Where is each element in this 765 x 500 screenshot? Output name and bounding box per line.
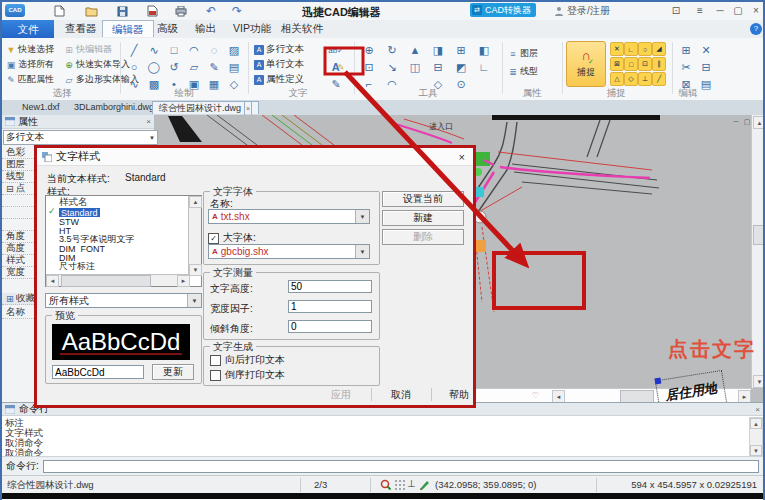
save-icon[interactable] — [115, 4, 129, 18]
login-button[interactable]: 登录/注册 — [554, 4, 610, 18]
extend-icon[interactable]: ⊟ — [429, 60, 447, 74]
update-button[interactable]: 更新 — [152, 364, 194, 380]
style-item[interactable]: 3.5号字体说明文字 — [46, 235, 201, 244]
style-item[interactable]: STW — [46, 217, 201, 226]
scroll-left-icon[interactable]: ◄ — [552, 390, 565, 402]
select-all-button[interactable]: ▣选择所有 — [6, 58, 54, 71]
group-icon[interactable]: ◩ — [452, 60, 470, 74]
list-hscroll-thumb[interactable] — [61, 275, 151, 287]
scroll-up-icon[interactable]: ▲ — [753, 116, 765, 129]
big-font-checkbox[interactable]: ✓ 大字体: — [208, 231, 256, 245]
big-font-combo[interactable]: Agbcbig.shx ▼ — [208, 244, 370, 259]
ellipse-icon[interactable]: ◯ — [146, 60, 162, 74]
circle-icon[interactable]: ○ — [126, 60, 142, 74]
revision-cloud-icon[interactable]: ◌ — [206, 43, 222, 57]
menu-tab-editor[interactable]: 编辑器 — [102, 20, 154, 37]
set-current-button[interactable]: 设置当前 — [382, 191, 464, 207]
menu-icon[interactable]: ≡ — [692, 4, 708, 18]
snap-parallel-icon[interactable]: ∥ — [652, 57, 666, 71]
help-button[interactable]: 帮助 — [437, 388, 481, 402]
style-item[interactable]: DIM_FONT — [46, 244, 201, 253]
menu-tab-output[interactable]: 输出 — [186, 20, 225, 37]
layers-button[interactable]: ≡图层 — [508, 47, 538, 60]
status-brush-icon[interactable] — [419, 479, 430, 490]
list-scroll-left-icon[interactable]: ◄ — [46, 275, 59, 287]
paste-icon[interactable]: ⊞ — [678, 43, 694, 57]
snap-center-icon[interactable]: ○ — [638, 42, 652, 56]
apply-button[interactable]: 应用 — [319, 388, 363, 402]
tree-collapse-icon[interactable]: ⊟ — [6, 183, 14, 194]
block-icon[interactable]: ▱ — [186, 60, 202, 74]
backwards-checkbox[interactable]: 向后打印文本 — [210, 353, 285, 367]
font-name-combo[interactable]: Atxt.shx ▼ — [208, 209, 370, 224]
quick-select-button[interactable]: ▼快速选择 — [6, 43, 54, 56]
menu-tab-viewer[interactable]: 查看器 — [56, 20, 106, 37]
attribute-define-button[interactable]: A属性定义 — [254, 73, 304, 86]
explode-icon[interactable]: ∟ — [475, 60, 493, 74]
text-grip-handle[interactable] — [654, 378, 661, 385]
new-style-button[interactable]: 新建 — [382, 210, 464, 226]
scroll-right-icon[interactable]: ► — [738, 390, 751, 402]
redo-icon[interactable]: ↷ — [230, 4, 244, 18]
status-grid-icon[interactable] — [394, 479, 405, 490]
style-list[interactable]: 样式名 ✓ Standard STW HT 3.5号字体说明文字 DIM_FON… — [45, 195, 202, 287]
list-scroll-right-icon[interactable]: ► — [177, 275, 190, 287]
scroll-down-icon[interactable]: ▼ — [750, 445, 762, 456]
close-button[interactable]: × — [748, 4, 764, 18]
dialog-titlebar[interactable]: 文字样式 × — [37, 148, 473, 166]
undo-icon[interactable]: ↶ — [204, 4, 218, 18]
cad-converter-button[interactable]: ⇄ CAD转换器 — [470, 3, 536, 17]
height-input[interactable] — [288, 280, 372, 293]
snap-node-icon[interactable]: □ — [624, 57, 638, 71]
rotate-icon[interactable]: ↻ — [383, 43, 401, 57]
preview-text-input[interactable] — [52, 365, 144, 379]
print-icon[interactable] — [174, 4, 188, 18]
entity-type-selector[interactable]: 多行文本 ▼ — [3, 130, 158, 145]
style-item[interactable]: 尺寸标注 — [46, 262, 201, 271]
copy-icon[interactable]: ⊞ — [452, 43, 470, 57]
help-icon[interactable]: ? — [750, 23, 762, 35]
open-file-icon[interactable] — [84, 4, 98, 18]
export-pdf-icon[interactable] — [145, 4, 159, 18]
spline-icon[interactable]: ∿ — [126, 77, 142, 91]
mtext-button[interactable]: A多行文本 — [254, 43, 304, 56]
tab-close-icon[interactable]: × — [244, 101, 252, 116]
feedback-icon[interactable]: ⊡ — [668, 4, 684, 18]
delete-style-button[interactable]: 删除 — [382, 229, 464, 245]
command-input[interactable] — [43, 460, 759, 473]
edit-text-icon[interactable]: ✎ — [328, 77, 344, 91]
style-item[interactable]: HT — [46, 226, 201, 235]
hatch-icon[interactable]: ▨ — [226, 43, 242, 57]
match-properties-button[interactable]: ✎匹配属性 — [6, 73, 54, 86]
status-ortho-icon[interactable]: ⊥ — [407, 478, 416, 489]
snap-endpoint-icon[interactable]: ∟ — [624, 42, 638, 56]
panel-close-icon[interactable]: × — [755, 405, 760, 414]
list-horizontal-scrollbar[interactable]: ◄ ► — [46, 274, 190, 286]
doc-tab-new1[interactable]: New1.dxf — [16, 101, 66, 114]
doc-tab-lamborghini[interactable]: 3DLamborghini.dwg — [68, 101, 160, 114]
linetype-button[interactable]: ≣线型 — [508, 65, 538, 78]
style-filter-combo[interactable]: 所有样式 ▼ — [45, 293, 202, 308]
snap-nearest-icon[interactable]: ◢ — [652, 42, 666, 56]
snap-toggle-button[interactable]: ∩ ✓ 捕捉 — [566, 41, 606, 87]
panel-close-icon[interactable]: × — [146, 117, 151, 126]
status-snap-icon[interactable] — [380, 479, 391, 490]
oblique-input[interactable] — [288, 320, 372, 333]
polygon-tool-icon[interactable]: ◇ — [226, 77, 242, 91]
cut-icon[interactable]: ✂ — [678, 60, 694, 74]
list-vertical-scrollbar[interactable]: ▲ ▼ — [188, 196, 201, 275]
minimize-button[interactable]: ─ — [712, 4, 728, 18]
maximize-button[interactable]: ▢ — [730, 4, 746, 18]
menu-tab-related[interactable]: 相关软件 — [272, 20, 332, 37]
quick-editor-button[interactable]: ⊞快编辑器 — [64, 43, 112, 56]
stretch-icon[interactable]: ⊡ — [360, 60, 378, 74]
scroll-down-icon[interactable]: ▼ — [753, 375, 765, 388]
spell-check-icon[interactable]: ab✓ — [328, 43, 344, 57]
width-factor-input[interactable] — [288, 300, 372, 313]
scroll-up-icon[interactable]: ▲ — [750, 418, 762, 429]
new-file-icon[interactable] — [52, 4, 66, 18]
spline-pen-icon[interactable]: ✎ — [206, 60, 222, 74]
style-item[interactable]: DIM — [46, 253, 201, 262]
snap-extension-icon[interactable]: ╱ — [652, 72, 666, 86]
list-scroll-up-icon[interactable]: ▲ — [189, 196, 202, 208]
